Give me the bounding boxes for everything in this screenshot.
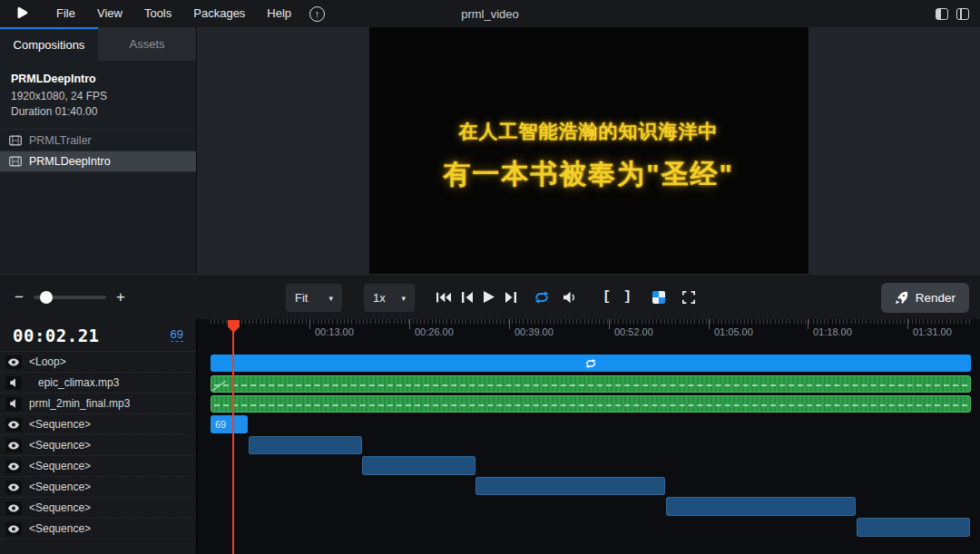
- update-available-icon[interactable]: ↑: [309, 6, 325, 22]
- zoom-slider-thumb[interactable]: [40, 291, 53, 304]
- eye-icon[interactable]: [5, 460, 22, 473]
- film-icon: [9, 135, 22, 146]
- track-label: epic_climax.mp3: [38, 376, 119, 389]
- eye-icon[interactable]: [5, 355, 22, 369]
- eye-icon[interactable]: [5, 439, 22, 452]
- track-label: <Loop>: [29, 355, 66, 368]
- render-button[interactable]: Render: [881, 283, 969, 313]
- playback-rate-dropdown[interactable]: 1x ▾: [364, 284, 415, 312]
- chevron-down-icon: ▾: [401, 294, 406, 303]
- timeline: 00:02.21 69 <Loop>epic_climax.mp3prml_2m…: [0, 319, 980, 554]
- track-label: <Sequence>: [29, 481, 91, 493]
- film-icon: [9, 156, 22, 167]
- set-in-point-button[interactable]: [: [603, 289, 611, 305]
- track-row: <Loop>: [0, 352, 196, 373]
- composition-duration: Duration 01:40.00: [11, 104, 185, 120]
- track-list: <Loop>epic_climax.mp3prml_2min_final.mp3…: [0, 352, 196, 539]
- toggle-right-panel-icon[interactable]: [956, 8, 969, 20]
- audio-clip[interactable]: [211, 395, 971, 413]
- sequence-clip[interactable]: 69: [211, 415, 248, 433]
- preview-canvas: 在人工智能浩瀚的知识海洋中 有一本书被奉为"圣经": [197, 27, 980, 274]
- loop-clip[interactable]: [211, 355, 971, 372]
- eye-icon[interactable]: [5, 522, 22, 536]
- fit-dropdown[interactable]: Fit ▾: [286, 284, 342, 312]
- transport-controls: [ ]: [436, 275, 695, 319]
- zoom-in-button[interactable]: +: [116, 289, 125, 305]
- ruler-minor-ticks: [211, 319, 973, 324]
- menubar: FileViewToolsPackagesHelp ↑ prml_video: [0, 0, 980, 27]
- track-label: <Sequence>: [29, 439, 91, 452]
- ruler-major-tick: [907, 319, 908, 329]
- subtitle-line-1: 在人工智能浩瀚的知识海洋中: [459, 119, 719, 144]
- composition-list: PRMLTrailerPRMLDeepIntro: [0, 129, 196, 172]
- track-label: <Sequence>: [29, 501, 91, 514]
- track-row: <Sequence>: [0, 456, 196, 477]
- composition-item[interactable]: PRMLDeepIntro: [0, 151, 196, 172]
- sequence-clip[interactable]: [362, 456, 475, 475]
- fullscreen-button[interactable]: [682, 291, 695, 304]
- track-row: <Sequence>: [0, 414, 196, 435]
- loop-toggle-icon[interactable]: [534, 291, 550, 304]
- composition-info: PRMLDeepIntro 1920x1080, 24 FPS Duration…: [0, 61, 196, 129]
- sequence-clip[interactable]: [475, 477, 665, 495]
- audio-waveform: [214, 404, 967, 406]
- track-label: prml_2min_final.mp3: [29, 397, 130, 410]
- transparency-checkerboard-toggle[interactable]: [652, 291, 665, 304]
- checkerboard-icon: [652, 291, 665, 304]
- menu-file[interactable]: File: [45, 0, 86, 27]
- next-frame-button[interactable]: [505, 292, 516, 303]
- ruler-major-tick: [409, 319, 410, 329]
- menu-view[interactable]: View: [86, 0, 133, 27]
- ruler-major-tick: [609, 319, 610, 329]
- timeline-body: 00:13.0000:26.0000:39.0000:52.0001:05.00…: [197, 319, 980, 554]
- menu-tools[interactable]: Tools: [133, 0, 182, 27]
- clip-frame-badge: 69: [211, 419, 226, 430]
- video-preview[interactable]: 在人工智能浩瀚的知识海洋中 有一本书被奉为"圣经": [369, 27, 808, 274]
- sequence-clip[interactable]: [857, 518, 970, 537]
- playhead-line[interactable]: [232, 329, 234, 554]
- subtitle-line-2: 有一本书被奉为"圣经": [443, 156, 733, 193]
- composition-item-label: PRMLDeepIntro: [29, 155, 111, 168]
- eye-icon[interactable]: [5, 418, 22, 432]
- ruler-major-tick: [509, 319, 510, 329]
- composition-item-label: PRMLTrailer: [29, 134, 92, 147]
- eye-icon[interactable]: [5, 501, 22, 515]
- sequence-clip[interactable]: [666, 497, 856, 516]
- tab-compositions[interactable]: Compositions: [0, 27, 98, 61]
- current-frame-number[interactable]: 69: [171, 328, 183, 343]
- track-row: epic_climax.mp3: [0, 373, 196, 394]
- speaker-icon[interactable]: [5, 376, 22, 390]
- ruler-label: 00:13.00: [315, 326, 354, 337]
- current-timecode: 00:02.21: [13, 326, 100, 345]
- timeline-ruler[interactable]: 00:13.0000:26.0000:39.0000:52.0001:05.00…: [197, 319, 980, 354]
- volume-icon[interactable]: [564, 291, 578, 304]
- speaker-icon[interactable]: [5, 397, 22, 411]
- zoom-out-button[interactable]: −: [15, 289, 24, 305]
- track-row: <Sequence>: [0, 435, 196, 456]
- tab-assets[interactable]: Assets: [98, 27, 196, 61]
- zoom-slider[interactable]: [34, 296, 106, 299]
- ruler-label: 00:39.00: [514, 326, 554, 337]
- play-button[interactable]: [484, 291, 495, 303]
- track-row: <Sequence>: [0, 498, 196, 519]
- audio-clip[interactable]: [211, 375, 971, 393]
- composition-item[interactable]: PRMLTrailer: [0, 129, 196, 151]
- toggle-left-panel-icon[interactable]: [936, 8, 948, 20]
- jump-to-start-button[interactable]: [436, 292, 451, 303]
- preview-controls: − + Fit ▾ 1x ▾: [0, 274, 980, 319]
- menu-help[interactable]: Help: [256, 0, 302, 27]
- loop-icon: [585, 358, 597, 368]
- menu-packages[interactable]: Packages: [182, 0, 256, 27]
- main-area: CompositionsAssets PRMLDeepIntro 1920x10…: [0, 27, 980, 274]
- sequence-clip[interactable]: [249, 436, 362, 454]
- ruler-label: 00:52.00: [614, 326, 653, 337]
- remotion-logo-icon[interactable]: [15, 6, 29, 21]
- ruler-label: 00:26.00: [415, 326, 454, 337]
- set-out-point-button[interactable]: ]: [623, 289, 632, 305]
- zoom-controls: − +: [15, 275, 125, 319]
- eye-icon[interactable]: [5, 481, 22, 494]
- track-label: <Sequence>: [29, 522, 91, 535]
- sidebar-tabs: CompositionsAssets: [0, 27, 196, 61]
- panel-toggles: [936, 8, 969, 20]
- previous-frame-button[interactable]: [462, 292, 473, 303]
